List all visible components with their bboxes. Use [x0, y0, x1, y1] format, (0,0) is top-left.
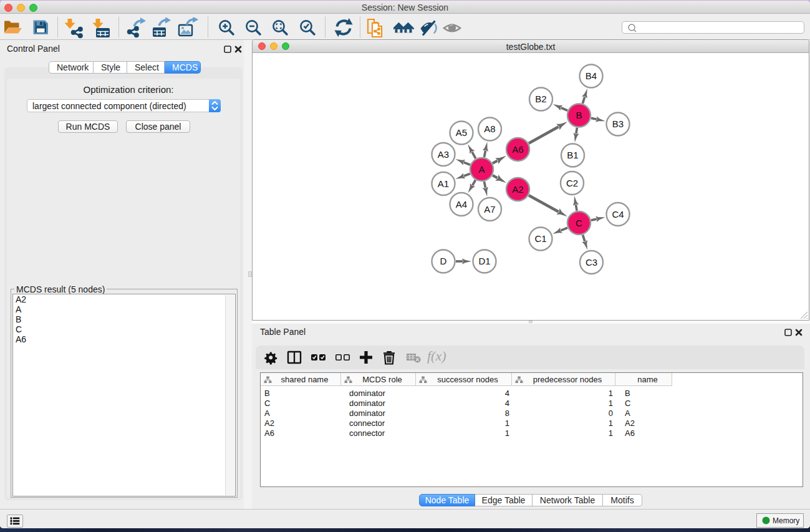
svg-text:C: C	[576, 218, 582, 228]
svg-text:C2: C2	[566, 178, 578, 188]
svg-text:A6: A6	[512, 144, 523, 155]
svg-text:A8: A8	[484, 123, 495, 134]
svg-text:A4: A4	[456, 199, 467, 210]
svg-text:B3: B3	[612, 118, 624, 129]
svg-text:A1: A1	[438, 178, 449, 189]
svg-text:B4: B4	[586, 70, 597, 81]
svg-text:A3: A3	[438, 149, 449, 160]
svg-text:D1: D1	[478, 256, 490, 266]
svg-text:C4: C4	[612, 209, 624, 220]
svg-text:B: B	[576, 110, 582, 120]
svg-text:A7: A7	[484, 204, 495, 215]
svg-text:C1: C1	[534, 233, 546, 244]
svg-text:C3: C3	[586, 257, 597, 268]
svg-text:A: A	[478, 164, 485, 175]
svg-text:D: D	[440, 256, 447, 266]
svg-text:B2: B2	[535, 94, 546, 104]
svg-text:A2: A2	[512, 184, 523, 195]
svg-text:A5: A5	[456, 127, 467, 138]
svg-text:B1: B1	[567, 150, 578, 160]
